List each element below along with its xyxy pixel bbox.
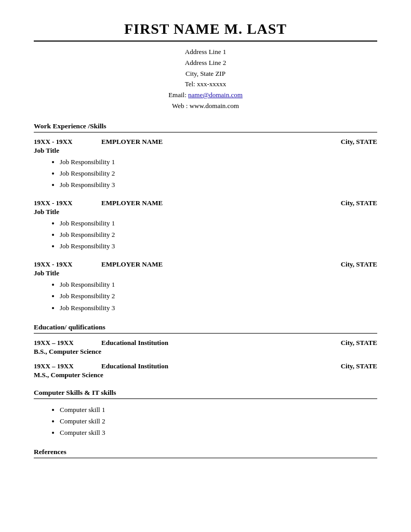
web: Web : www.domain.com [34, 101, 377, 112]
edu-entry-1: 19XX – 19XX Educational Institution City… [34, 339, 377, 356]
job-location-2: City, STATE [341, 199, 377, 207]
city-state-zip: City, State ZIP [34, 69, 377, 79]
job-title-1: Job Title [34, 147, 377, 155]
edu-location-2: City, STATE [341, 362, 377, 370]
email-link[interactable]: name@domain.com [188, 91, 243, 99]
full-name: FIRST NAME M. LAST [34, 21, 377, 37]
list-item: Computer skill 2 [60, 416, 377, 427]
edu-degree-2: M.S., Computer Science [34, 371, 377, 379]
edu-dates-1: 19XX – 19XX [34, 339, 101, 347]
job-location-1: City, STATE [341, 138, 377, 146]
job-dates-1: 19XX - 19XX [34, 138, 101, 146]
contact-info: Address Line 1 Address Line 2 City, Stat… [34, 47, 377, 112]
edu-degree-1: B.S., Computer Science [34, 348, 377, 356]
list-item: Job Responsibility 3 [60, 241, 377, 252]
list-item: Computer skill 3 [60, 427, 377, 438]
edu-location-1: City, STATE [341, 339, 377, 347]
name-header: FIRST NAME M. LAST [34, 21, 377, 42]
job-entry-2: 19XX - 19XX EMPLOYER NAME City, STATE Jo… [34, 199, 377, 252]
edu-institution-1: Educational Institution [101, 339, 216, 347]
list-item: Job Responsibility 2 [60, 168, 377, 179]
job-line-3: 19XX - 19XX EMPLOYER NAME City, STATE [34, 260, 377, 269]
list-item: Job Responsibility 3 [60, 302, 377, 314]
email-label: Email: [168, 91, 188, 99]
job-line-1: 19XX - 19XX EMPLOYER NAME City, STATE [34, 138, 377, 146]
work-experience-section: Work Experience /Skills 19XX - 19XX EMPL… [34, 122, 377, 314]
computer-skills-header: Computer Skills & IT skills [34, 389, 377, 399]
job-title-2: Job Title [34, 208, 377, 216]
skills-list: Computer skill 1 Computer skill 2 Comput… [60, 404, 377, 438]
job-responsibilities-1: Job Responsibility 1 Job Responsibility … [60, 156, 377, 191]
edu-line-2: 19XX – 19XX Educational Institution City… [34, 362, 377, 370]
references-header: References [34, 448, 377, 458]
job-dates-3: 19XX - 19XX [34, 260, 101, 269]
education-header: Education/ qulifications [34, 323, 377, 334]
job-employer-2: EMPLOYER NAME [101, 199, 216, 207]
edu-line-1: 19XX – 19XX Educational Institution City… [34, 339, 377, 347]
job-entry-1: 19XX - 19XX EMPLOYER NAME City, STATE Jo… [34, 138, 377, 191]
job-line-2: 19XX - 19XX EMPLOYER NAME City, STATE [34, 199, 377, 207]
list-item: Job Responsibility 2 [60, 290, 377, 302]
tel: Tel: xxx-xxxxx [34, 79, 377, 90]
list-item: Job Responsibility 1 [60, 279, 377, 290]
list-item: Job Responsibility 3 [60, 179, 377, 191]
list-item: Job Responsibility 1 [60, 218, 377, 229]
address-line1: Address Line 1 [34, 47, 377, 58]
address-line2: Address Line 2 [34, 58, 377, 69]
computer-skills-section: Computer Skills & IT skills Computer ski… [34, 389, 377, 438]
list-item: Job Responsibility 2 [60, 229, 377, 241]
references-section: References [34, 448, 377, 458]
job-dates-2: 19XX - 19XX [34, 199, 101, 207]
job-employer-1: EMPLOYER NAME [101, 138, 216, 146]
work-experience-header: Work Experience /Skills [34, 122, 377, 132]
job-responsibilities-3: Job Responsibility 1 Job Responsibility … [60, 279, 377, 313]
email-line: Email: name@domain.com [34, 90, 377, 101]
edu-institution-2: Educational Institution [101, 362, 216, 370]
list-item: Job Responsibility 1 [60, 156, 377, 168]
resume-page: FIRST NAME M. LAST Address Line 1 Addres… [0, 0, 411, 532]
job-responsibilities-2: Job Responsibility 1 Job Responsibility … [60, 218, 377, 252]
job-employer-3: EMPLOYER NAME [101, 260, 216, 269]
edu-dates-2: 19XX – 19XX [34, 362, 101, 370]
list-item: Computer skill 1 [60, 404, 377, 416]
job-entry-3: 19XX - 19XX EMPLOYER NAME City, STATE Jo… [34, 260, 377, 313]
job-location-3: City, STATE [341, 260, 377, 269]
edu-entry-2: 19XX – 19XX Educational Institution City… [34, 362, 377, 379]
education-section: Education/ qulifications 19XX – 19XX Edu… [34, 323, 377, 379]
job-title-3: Job Title [34, 269, 377, 277]
